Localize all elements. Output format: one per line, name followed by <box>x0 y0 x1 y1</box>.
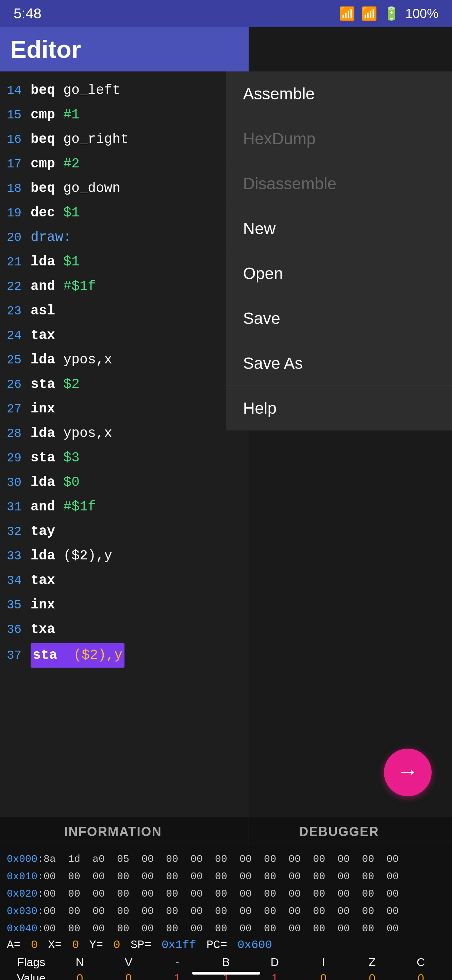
flag-v-value: 0 <box>104 972 153 980</box>
dropdown-menu: Assemble HexDump Disassemble New Open Sa… <box>226 72 452 430</box>
code-line-20: 20 draw: <box>0 225 249 250</box>
code-line-14: 14 beq go_left <box>0 78 249 103</box>
main-area: 14 beq go_left 15 cmp #1 16 beq go_right… <box>0 72 452 817</box>
code-line-26: 26 sta $2 <box>0 372 249 397</box>
code-line-37: 37 sta ($2),y <box>0 642 249 669</box>
dropdown-open[interactable]: Open <box>226 251 452 296</box>
dropdown-assemble[interactable]: Assemble <box>226 72 452 116</box>
hex-line-2: 0x020:00 00 00 00 00 00 00 00 00 00 00 0… <box>7 885 445 903</box>
home-indicator <box>192 972 260 975</box>
code-line-19: 19 dec $1 <box>0 201 249 225</box>
code-line-33: 33 lda ($2),y <box>0 544 249 568</box>
status-time: 5:48 <box>14 5 41 22</box>
code-line-16: 16 beq go_right <box>0 127 249 152</box>
tab-debugger[interactable]: DEBUGGER <box>226 817 452 847</box>
code-line-24: 24 tax <box>0 323 249 348</box>
flag-c-value: 0 <box>396 972 445 980</box>
code-line-25: 25 lda ypos,x <box>0 348 249 372</box>
code-line-36: 36 txa <box>0 617 249 642</box>
code-line-30: 30 lda $0 <box>0 470 249 495</box>
code-line-28: 28 lda ypos,x <box>0 421 249 446</box>
value-label: Value <box>7 972 56 980</box>
code-line-15: 15 cmp #1 <box>0 103 249 127</box>
flag-i-label: I <box>299 956 347 969</box>
hex-line-0: 0x000:8a 1d a0 05 00 00 00 00 00 00 00 0… <box>7 851 445 868</box>
reg-pc-label: PC= <box>206 939 227 951</box>
flag-n-value: 0 <box>56 972 104 980</box>
tab-information[interactable]: INFORMATION <box>0 817 226 847</box>
reg-y-value: 0 <box>113 939 120 951</box>
hex-line-4: 0x040:00 00 00 00 00 00 00 00 00 00 00 0… <box>7 920 445 936</box>
hex-line-1: 0x010:00 00 00 00 00 00 00 00 00 00 00 0… <box>7 868 445 885</box>
code-line-21: 21 lda $1 <box>0 250 249 274</box>
editor-panel: 14 beq go_left 15 cmp #1 16 beq go_right… <box>0 72 249 817</box>
dropdown-save[interactable]: Save <box>226 296 452 341</box>
code-line-34: 34 tax <box>0 568 249 593</box>
registers-row: A= 0 X= 0 Y= 0 SP= 0x1ff PC= 0x600 <box>0 936 452 954</box>
reg-y-label: Y= <box>89 939 103 951</box>
flag-i-value: 0 <box>299 972 347 980</box>
flag-v-label: V <box>104 956 153 969</box>
code-line-18: 18 beq go_down <box>0 176 249 201</box>
dropdown-save-as[interactable]: Save As <box>226 341 452 386</box>
code-line-29: 29 sta $3 <box>0 446 249 470</box>
reg-sp-value: 0x1ff <box>162 939 196 951</box>
hex-line-3: 0x030:00 00 00 00 00 00 00 00 00 00 00 0… <box>7 903 445 920</box>
reg-x-label: X= <box>48 939 62 951</box>
flags-header-row: Flags N V - B D I Z C <box>0 954 452 970</box>
reg-sp-label: SP= <box>131 939 151 951</box>
reg-pc-value: 0x600 <box>237 939 272 951</box>
code-line-27: 27 inx <box>0 397 249 421</box>
app-title: Editor <box>10 35 81 63</box>
code-line-31: 31 and #$1f <box>0 495 249 519</box>
app-header: Editor <box>0 27 249 72</box>
flags-label: Flags <box>7 956 56 969</box>
fab-run-button[interactable]: → <box>384 749 431 796</box>
code-line-17: 17 cmp #2 <box>0 152 249 176</box>
flag-z-label: Z <box>348 956 396 969</box>
dropdown-new[interactable]: New <box>226 206 452 251</box>
flag-c-label: C <box>396 956 445 969</box>
arrow-right-icon: → <box>401 760 414 785</box>
status-icons: 📶 📶 🔋 100% <box>339 6 438 21</box>
battery-pct: 100% <box>405 6 438 21</box>
flag-n-label: N <box>56 956 104 969</box>
code-line-22: 22 and #$1f <box>0 274 249 299</box>
status-bar: 5:48 📶 📶 🔋 100% <box>0 0 452 27</box>
dropdown-disassemble[interactable]: Disassemble <box>226 161 452 206</box>
dropdown-help[interactable]: Help <box>226 386 452 430</box>
reg-x-value: 0 <box>72 939 79 951</box>
flag-z-value: 0 <box>348 972 396 980</box>
signal-icon: 📶 <box>361 6 377 21</box>
code-line-23: 23 asl <box>0 299 249 323</box>
flag-b-label: B <box>202 956 250 969</box>
tab-bar: INFORMATION DEBUGGER <box>0 817 452 847</box>
bottom-section: INFORMATION DEBUGGER 0x000:8a 1d a0 05 0… <box>0 817 452 980</box>
battery-icon: 🔋 <box>383 6 399 21</box>
flag-d-label: D <box>250 956 299 969</box>
dropdown-hexdump[interactable]: HexDump <box>226 116 452 161</box>
reg-a-label: A= <box>7 939 21 951</box>
reg-a-value: 0 <box>31 939 38 951</box>
hex-dump-area: 0x000:8a 1d a0 05 00 00 00 00 00 00 00 0… <box>0 847 452 936</box>
wifi-icon: 📶 <box>339 6 355 21</box>
flag-dash-label: - <box>153 956 202 969</box>
code-line-35: 35 inx <box>0 593 249 617</box>
code-line-32: 32 tay <box>0 519 249 544</box>
